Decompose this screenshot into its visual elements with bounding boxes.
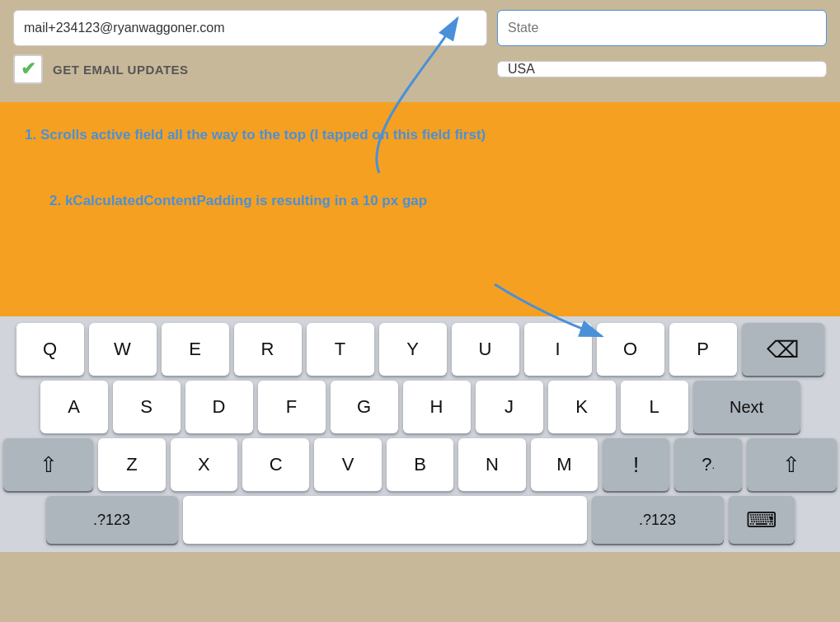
key-shift-left[interactable]: ⇧ — [3, 438, 93, 491]
keyboard-row-2: A S D F G H J K L Next — [3, 381, 837, 433]
key-y[interactable]: Y — [379, 323, 447, 376]
key-n[interactable]: N — [458, 438, 525, 491]
key-next[interactable]: Next — [693, 381, 800, 433]
right-column — [497, 10, 827, 46]
key-k[interactable]: K — [548, 381, 616, 433]
keyboard-row-3: ⇧ Z X C V B N M ! ?. ⇧ — [3, 438, 837, 491]
email-input[interactable] — [13, 10, 487, 46]
form-area: ✔ GET EMAIL UPDATES — [0, 0, 840, 102]
key-v[interactable]: V — [314, 438, 381, 491]
key-h[interactable]: H — [403, 381, 471, 433]
key-d[interactable]: D — [185, 381, 253, 433]
form-bottom-row: ✔ GET EMAIL UPDATES — [13, 54, 827, 84]
key-a[interactable]: A — [40, 381, 108, 433]
key-r[interactable]: R — [234, 323, 302, 376]
key-e[interactable]: E — [162, 323, 229, 376]
key-w[interactable]: W — [89, 323, 157, 376]
keyboard-row-4: .?123 .?123 ⌨ — [3, 496, 837, 544]
key-g[interactable]: G — [331, 381, 398, 433]
checkmark-icon: ✔ — [21, 58, 35, 80]
country-input[interactable] — [497, 61, 827, 77]
keyboard-row-1: Q W E R T Y U I O P ⌫ — [3, 323, 837, 376]
key-num-right[interactable]: .?123 — [592, 496, 724, 544]
annotation-area: 1. Scrolls active field all the way to t… — [0, 102, 840, 316]
annotation-text-2: 2. kCalculatedContentPadding is resultin… — [49, 193, 815, 209]
country-column — [497, 61, 827, 77]
keyboard: Q W E R T Y U I O P ⌫ A S D F G H J K L … — [0, 316, 840, 552]
key-j[interactable]: J — [476, 381, 543, 433]
keyboard-dismiss-icon[interactable]: ⌨ — [729, 496, 795, 544]
key-backspace[interactable]: ⌫ — [742, 323, 824, 376]
key-exclaim[interactable]: ! — [603, 438, 669, 491]
key-q[interactable]: Q — [16, 323, 84, 376]
email-updates-checkbox[interactable]: ✔ — [13, 54, 43, 84]
checkbox-row: ✔ GET EMAIL UPDATES — [13, 54, 487, 84]
key-f[interactable]: F — [258, 381, 326, 433]
key-i[interactable]: I — [524, 323, 592, 376]
key-t[interactable]: T — [307, 323, 374, 376]
key-shift-right[interactable]: ⇧ — [747, 438, 837, 491]
form-top-row — [13, 10, 827, 46]
key-m[interactable]: M — [531, 438, 598, 491]
key-b[interactable]: B — [387, 438, 453, 491]
key-space[interactable] — [183, 496, 587, 544]
key-p[interactable]: P — [669, 323, 737, 376]
key-l[interactable]: L — [621, 381, 688, 433]
key-num-left[interactable]: .?123 — [46, 496, 178, 544]
email-updates-label: GET EMAIL UPDATES — [53, 63, 189, 77]
state-input[interactable] — [497, 10, 827, 46]
page-wrapper: ✔ GET EMAIL UPDATES 1. Scrolls active fi… — [0, 0, 840, 622]
annotation-text-1: 1. Scrolls active field all the way to t… — [25, 127, 815, 143]
key-u[interactable]: U — [452, 323, 519, 376]
key-question[interactable]: ?. — [674, 438, 741, 491]
key-s[interactable]: S — [113, 381, 181, 433]
key-z[interactable]: Z — [98, 438, 165, 491]
key-x[interactable]: X — [171, 438, 237, 491]
key-c[interactable]: C — [242, 438, 309, 491]
key-o[interactable]: O — [597, 323, 664, 376]
